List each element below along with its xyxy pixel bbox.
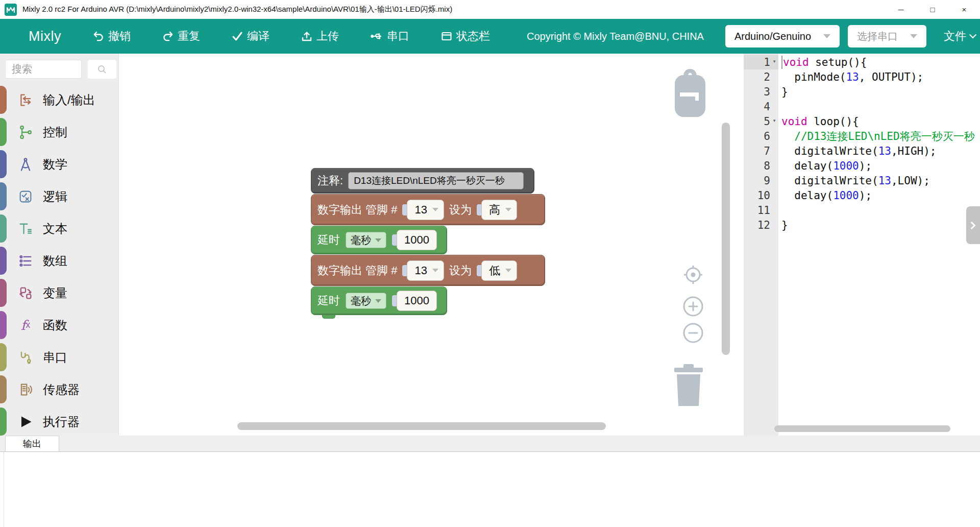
category-color-pill: [0, 86, 7, 114]
delay-unit-dropdown[interactable]: 毫秒: [346, 293, 386, 309]
delay-value: 1000: [404, 294, 429, 307]
chevron-right-icon: [968, 221, 976, 229]
main-toolbar: Mixly 撤销 重复 编译 上传: [0, 19, 980, 54]
canvas-vertical-scrollbar[interactable]: [722, 123, 730, 355]
fold-arrow-icon[interactable]: ▾: [771, 117, 778, 124]
code-panel-collapse-button[interactable]: [966, 206, 980, 244]
level-dropdown[interactable]: 高: [481, 200, 517, 220]
pin-dropdown[interactable]: 13: [407, 260, 444, 281]
sidebar-item-function[interactable]: fx 函数: [0, 309, 118, 341]
text-cursor: [781, 56, 782, 69]
level-socket: 低: [477, 260, 517, 281]
menu-file[interactable]: 文件: [944, 29, 975, 44]
port-select[interactable]: 选择串口: [848, 25, 926, 47]
delay-unit-dropdown[interactable]: 毫秒: [346, 232, 386, 248]
code-horizontal-scrollbar[interactable]: [774, 425, 950, 432]
sidebar-item-label: 数学: [43, 156, 67, 173]
sidebar-item-serial[interactable]: 串口: [0, 341, 118, 373]
code-line: 10 delay(1000);: [744, 188, 980, 203]
actuator-play-icon: [17, 414, 34, 430]
redo-button[interactable]: 重复: [162, 29, 200, 44]
statusbar-label: 状态栏: [456, 29, 490, 44]
code-text: void loop(){: [778, 114, 859, 129]
delay-value-field[interactable]: 1000: [397, 230, 437, 250]
line-number: 2: [744, 69, 778, 84]
level-dropdown[interactable]: 低: [481, 260, 517, 281]
code-line: 12}: [744, 218, 980, 232]
output-console[interactable]: [4, 452, 980, 527]
minimize-button[interactable]: ─: [885, 0, 917, 19]
category-color-pill: [0, 375, 7, 403]
code-line: 6 //D13连接LED\nLED将亮一秒灭一秒: [744, 129, 980, 143]
board-select[interactable]: Arduino/Genuino: [725, 25, 840, 47]
compile-check-icon: [232, 31, 243, 42]
code-text: digitalWrite(13,LOW);: [778, 173, 930, 188]
delay-block-2[interactable]: 延时 毫秒 1000: [311, 286, 447, 315]
redo-label: 重复: [178, 29, 200, 44]
sidebar-item-sensor[interactable]: 传感器: [0, 373, 118, 405]
sidebar-item-logic[interactable]: 逻辑: [0, 180, 118, 212]
io-icon: [17, 92, 34, 108]
search-button[interactable]: [88, 60, 116, 79]
serial-label: 串口: [387, 29, 409, 44]
board-select-value: Arduino/Genuino: [734, 31, 811, 42]
port-select-value: 选择串口: [857, 30, 898, 43]
code-editor[interactable]: 1▾void setup(){2 pinMode(13, OUTPUT);3}4…: [744, 54, 980, 436]
level-value: 高: [489, 202, 500, 218]
code-text: [778, 99, 781, 114]
canvas-horizontal-scrollbar[interactable]: [237, 422, 606, 430]
code-text: delay(1000);: [778, 158, 872, 173]
sidebar-item-label: 传感器: [43, 381, 80, 398]
search-input[interactable]: [5, 60, 82, 79]
statusbar-button[interactable]: 状态栏: [441, 29, 490, 44]
comment-text-field[interactable]: D13连接LED\nLED将亮一秒灭一秒: [348, 172, 524, 189]
category-color-pill: [0, 311, 7, 339]
trash-icon[interactable]: [672, 364, 705, 407]
pin-dropdown[interactable]: 13: [407, 200, 444, 220]
sidebar-item-variable[interactable]: 变量: [0, 277, 118, 309]
delay-value-socket: 1000: [392, 230, 437, 250]
close-button[interactable]: ×: [948, 0, 980, 19]
fold-arrow-icon[interactable]: ▾: [771, 58, 778, 65]
upload-label: 上传: [316, 29, 339, 44]
sidebar-item-array[interactable]: 数组: [0, 245, 118, 277]
sidebar-item-io[interactable]: 输入/输出: [0, 84, 118, 116]
category-color-pill: [0, 182, 7, 210]
delay-value-field[interactable]: 1000: [397, 291, 437, 311]
compile-button[interactable]: 编译: [232, 29, 270, 44]
redo-icon: [162, 31, 174, 42]
dropdown-arrow-icon: [375, 299, 381, 303]
delay-block-1[interactable]: 延时 毫秒 1000: [311, 226, 447, 254]
zoom-out-icon[interactable]: [682, 322, 704, 344]
code-text: delay(1000);: [778, 188, 872, 203]
undo-icon: [93, 31, 104, 42]
sidebar-item-text[interactable]: 文本: [0, 212, 118, 245]
digital-write-block-2[interactable]: 数字输出 管脚 # 13 设为 低: [311, 255, 545, 286]
line-number: 8: [744, 158, 778, 173]
upload-button[interactable]: 上传: [301, 29, 339, 44]
control-icon: [17, 124, 34, 140]
dropdown-arrow-icon: [375, 238, 381, 242]
maximize-button[interactable]: □: [917, 0, 948, 19]
block-category-sidebar: 输入/输出 控制 数学: [0, 54, 119, 436]
delay-unit-value: 毫秒: [351, 294, 371, 308]
undo-button[interactable]: 撤销: [93, 29, 131, 44]
digital-write-block-1[interactable]: 数字输出 管脚 # 13 设为 高: [311, 194, 545, 225]
line-number: 7: [744, 143, 778, 158]
serial-monitor-button[interactable]: 串口: [371, 29, 409, 44]
blockly-workspace[interactable]: 注释: D13连接LED\nLED将亮一秒灭一秒 数字输出 管脚 # 13 设为…: [119, 54, 744, 436]
undo-label: 撤销: [108, 29, 131, 44]
zoom-reset-icon[interactable]: [682, 264, 704, 285]
code-text: }: [778, 218, 788, 232]
statusbar-icon: [441, 31, 452, 42]
sidebar-item-math[interactable]: 数学: [0, 148, 118, 180]
comment-block[interactable]: 注释: D13连接LED\nLED将亮一秒灭一秒: [311, 168, 534, 194]
sidebar-item-label: 输入/输出: [43, 92, 95, 108]
delay-value-socket: 1000: [392, 291, 437, 311]
tab-output[interactable]: 输出: [5, 436, 59, 451]
line-number: 9: [744, 173, 778, 188]
sidebar-item-control[interactable]: 控制: [0, 116, 118, 148]
zoom-in-icon[interactable]: [682, 296, 704, 317]
sidebar-item-actuator[interactable]: 执行器: [0, 405, 118, 436]
backpack-icon[interactable]: [673, 68, 707, 119]
